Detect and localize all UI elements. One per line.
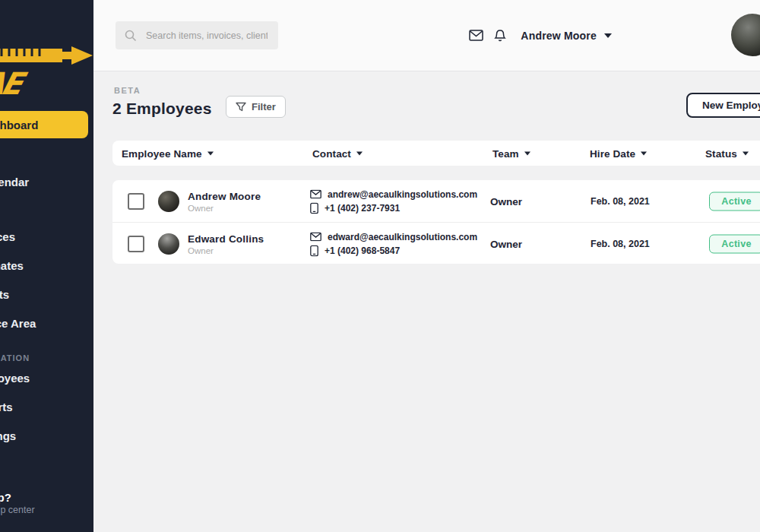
sort-caret-icon: [207, 151, 214, 155]
column-header-contact[interactable]: Contact: [312, 147, 363, 159]
employee-team: Owner: [490, 238, 522, 249]
sort-caret-icon: [641, 151, 647, 155]
sidebar-item-clients[interactable]: Clients: [0, 288, 9, 301]
column-header-team[interactable]: Team: [492, 147, 530, 159]
user-avatar[interactable]: [731, 14, 760, 56]
employee-hire-date: Feb. 08, 2021: [591, 239, 650, 249]
mail-icon: [469, 30, 483, 41]
help-center-link[interactable]: Visit the help center: [0, 505, 35, 515]
phone-icon: [310, 202, 318, 214]
page-title: 2 Employees: [112, 100, 212, 118]
sort-caret-icon: [524, 151, 530, 155]
row-checkbox[interactable]: [128, 236, 144, 252]
employee-role: Owner: [188, 245, 264, 255]
notifications-button[interactable]: [490, 26, 510, 46]
employee-phone: +1 (402) 968-5847: [325, 245, 400, 256]
table-row[interactable]: Andrew Moore Owner andrew@aecaulkingsolu…: [112, 180, 760, 222]
funnel-icon: [236, 102, 246, 112]
employee-hire-date: Feb. 08, 2021: [591, 196, 650, 207]
sidebar: AE Dashboard Calendar Invoices Estimates…: [0, 0, 93, 532]
search-icon: [125, 30, 137, 42]
filter-button-label: Filter: [252, 101, 276, 112]
brand-letters: AE: [0, 66, 30, 100]
mail-icon: [310, 189, 321, 198]
column-header-status[interactable]: Status: [705, 147, 749, 159]
sidebar-item-invoices[interactable]: Invoices: [0, 230, 15, 243]
new-employee-button-label: New Employee: [702, 100, 760, 111]
sidebar-section-organization: ORGANIZATION: [0, 353, 30, 363]
sidebar-item-employees[interactable]: Employees: [0, 372, 30, 385]
sidebar-item-calendar[interactable]: Calendar: [0, 176, 29, 188]
employee-identity: Andrew Moore Owner: [188, 190, 261, 212]
search-input[interactable]: [144, 30, 269, 42]
employee-contact: andrew@aecaulkingsolutions.com +1 (402) …: [310, 188, 477, 214]
help-title: Need help?: [0, 491, 11, 504]
phone-icon: [310, 245, 318, 256]
table-row[interactable]: Edward Collins Owner edward@aecaulkingso…: [112, 222, 760, 264]
status-badge: Active: [709, 234, 760, 253]
employee-email: edward@aecaulkingsolutions.com: [328, 231, 477, 242]
column-header-hire-date[interactable]: Hire Date: [590, 147, 647, 159]
sidebar-item-reports[interactable]: Reports: [0, 401, 13, 413]
employee-phone: +1 (402) 237-7931: [325, 203, 400, 214]
sort-caret-icon: [356, 151, 363, 155]
topbar-right: Andrew Moore: [466, 0, 612, 71]
employee-name: Andrew Moore: [188, 190, 261, 201]
brand-logo: AE: [0, 40, 93, 100]
sort-caret-icon: [743, 151, 749, 155]
chevron-down-icon[interactable]: [604, 33, 612, 38]
beta-badge: BETA: [114, 86, 141, 95]
employee-team: Owner: [490, 195, 522, 207]
employee-name: Edward Collins: [188, 233, 264, 244]
sidebar-item-dashboard[interactable]: Dashboard: [0, 111, 88, 138]
employee-contact: edward@aecaulkingsolutions.com +1 (402) …: [310, 231, 477, 256]
topbar: Andrew Moore: [93, 0, 760, 71]
filter-button[interactable]: Filter: [226, 96, 286, 118]
row-checkbox[interactable]: [128, 193, 144, 210]
status-badge: Active: [709, 192, 760, 211]
employee-avatar: [158, 191, 179, 212]
sidebar-item-settings[interactable]: Settings: [0, 429, 16, 442]
bell-icon: [493, 29, 507, 43]
search-box[interactable]: [116, 21, 278, 49]
employee-table: Andrew Moore Owner andrew@aecaulkingsolu…: [112, 180, 760, 264]
sidebar-item-service-area[interactable]: Service Area: [0, 317, 36, 330]
employee-avatar: [158, 233, 179, 255]
table-header-row: Employee Name Contact Team Hire Date Sta…: [112, 141, 760, 166]
column-header-employee-name[interactable]: Employee Name: [122, 147, 214, 159]
employee-identity: Edward Collins Owner: [188, 233, 264, 255]
sidebar-item-estimates[interactable]: Estimates: [0, 259, 24, 272]
mail-icon: [310, 232, 321, 241]
new-employee-button[interactable]: New Employee: [686, 93, 760, 118]
sidebar-item-label: Dashboard: [0, 119, 38, 131]
user-menu-name[interactable]: Andrew Moore: [521, 30, 597, 42]
employee-email: andrew@aecaulkingsolutions.com: [328, 188, 477, 199]
messages-button[interactable]: [466, 26, 486, 46]
employee-role: Owner: [188, 203, 261, 212]
